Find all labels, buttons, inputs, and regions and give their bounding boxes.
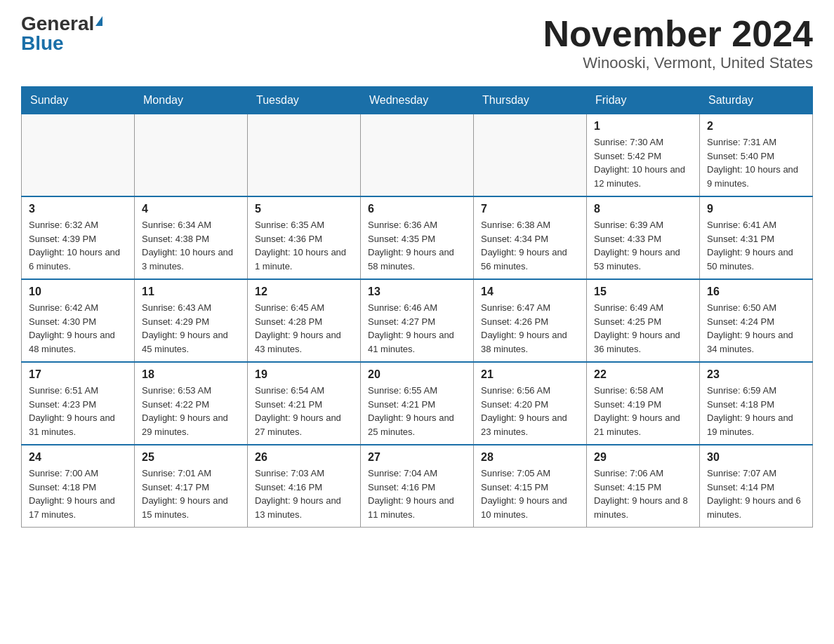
calendar-cell: 2Sunrise: 7:31 AMSunset: 5:40 PMDaylight… <box>700 114 813 197</box>
calendar-cell: 27Sunrise: 7:04 AMSunset: 4:16 PMDayligh… <box>361 445 474 528</box>
calendar-cell: 20Sunrise: 6:55 AMSunset: 4:21 PMDayligh… <box>361 362 474 445</box>
calendar-week-row: 10Sunrise: 6:42 AMSunset: 4:30 PMDayligh… <box>22 279 813 362</box>
calendar-cell: 29Sunrise: 7:06 AMSunset: 4:15 PMDayligh… <box>587 445 700 528</box>
calendar-cell: 14Sunrise: 6:47 AMSunset: 4:26 PMDayligh… <box>474 279 587 362</box>
logo-blue-text: Blue <box>21 34 64 53</box>
day-info: Sunrise: 6:46 AMSunset: 4:27 PMDaylight:… <box>368 301 466 356</box>
calendar-cell <box>22 114 135 197</box>
day-info: Sunrise: 6:39 AMSunset: 4:33 PMDaylight:… <box>594 218 692 273</box>
calendar-cell: 5Sunrise: 6:35 AMSunset: 4:36 PMDaylight… <box>248 196 361 279</box>
calendar-week-row: 1Sunrise: 7:30 AMSunset: 5:42 PMDaylight… <box>22 114 813 197</box>
day-number: 25 <box>142 451 240 464</box>
day-number: 15 <box>594 286 692 298</box>
day-info: Sunrise: 6:59 AMSunset: 4:18 PMDaylight:… <box>707 384 805 438</box>
day-number: 14 <box>481 286 579 298</box>
day-number: 11 <box>142 286 240 298</box>
day-info: Sunrise: 6:47 AMSunset: 4:26 PMDaylight:… <box>481 301 579 356</box>
day-number: 8 <box>594 203 692 215</box>
day-number: 21 <box>481 368 579 381</box>
day-number: 26 <box>255 451 353 464</box>
calendar-table: SundayMondayTuesdayWednesdayThursdayFrid… <box>21 86 813 528</box>
calendar-cell: 12Sunrise: 6:45 AMSunset: 4:28 PMDayligh… <box>248 279 361 362</box>
day-info: Sunrise: 7:06 AMSunset: 4:15 PMDaylight:… <box>594 467 692 521</box>
calendar-cell: 15Sunrise: 6:49 AMSunset: 4:25 PMDayligh… <box>587 279 700 362</box>
calendar-cell: 30Sunrise: 7:07 AMSunset: 4:14 PMDayligh… <box>700 445 813 528</box>
calendar-cell <box>135 114 248 197</box>
weekday-header-monday: Monday <box>135 87 248 114</box>
day-number: 19 <box>255 368 353 381</box>
calendar-cell: 8Sunrise: 6:39 AMSunset: 4:33 PMDaylight… <box>587 196 700 279</box>
day-info: Sunrise: 6:58 AMSunset: 4:19 PMDaylight:… <box>594 384 692 438</box>
day-number: 27 <box>368 451 466 464</box>
calendar-cell: 24Sunrise: 7:00 AMSunset: 4:18 PMDayligh… <box>22 445 135 528</box>
calendar-cell: 22Sunrise: 6:58 AMSunset: 4:19 PMDayligh… <box>587 362 700 445</box>
calendar-cell: 9Sunrise: 6:41 AMSunset: 4:31 PMDaylight… <box>700 196 813 279</box>
calendar-cell: 18Sunrise: 6:53 AMSunset: 4:22 PMDayligh… <box>135 362 248 445</box>
calendar-cell: 25Sunrise: 7:01 AMSunset: 4:17 PMDayligh… <box>135 445 248 528</box>
day-info: Sunrise: 6:53 AMSunset: 4:22 PMDaylight:… <box>142 384 240 438</box>
calendar-cell: 28Sunrise: 7:05 AMSunset: 4:15 PMDayligh… <box>474 445 587 528</box>
page-header: General Blue November 2024 Winooski, Ver… <box>21 14 813 72</box>
day-number: 16 <box>707 286 805 298</box>
day-number: 10 <box>29 286 127 298</box>
day-number: 1 <box>594 120 692 133</box>
day-info: Sunrise: 6:54 AMSunset: 4:21 PMDaylight:… <box>255 384 353 438</box>
calendar-cell: 16Sunrise: 6:50 AMSunset: 4:24 PMDayligh… <box>700 279 813 362</box>
page-subtitle: Winooski, Vermont, United States <box>543 54 813 72</box>
calendar-cell: 6Sunrise: 6:36 AMSunset: 4:35 PMDaylight… <box>361 196 474 279</box>
calendar-cell: 4Sunrise: 6:34 AMSunset: 4:38 PMDaylight… <box>135 196 248 279</box>
day-number: 30 <box>707 451 805 464</box>
day-number: 4 <box>142 203 240 215</box>
day-info: Sunrise: 7:31 AMSunset: 5:40 PMDaylight:… <box>707 135 805 190</box>
day-number: 2 <box>707 120 805 133</box>
day-number: 18 <box>142 368 240 381</box>
day-info: Sunrise: 6:43 AMSunset: 4:29 PMDaylight:… <box>142 301 240 356</box>
weekday-header-thursday: Thursday <box>474 87 587 114</box>
page-title: November 2024 <box>543 14 813 54</box>
day-info: Sunrise: 7:30 AMSunset: 5:42 PMDaylight:… <box>594 135 692 190</box>
day-info: Sunrise: 6:34 AMSunset: 4:38 PMDaylight:… <box>142 218 240 273</box>
day-number: 3 <box>29 203 127 215</box>
day-number: 6 <box>368 203 466 215</box>
calendar-cell: 13Sunrise: 6:46 AMSunset: 4:27 PMDayligh… <box>361 279 474 362</box>
calendar-cell: 10Sunrise: 6:42 AMSunset: 4:30 PMDayligh… <box>22 279 135 362</box>
day-info: Sunrise: 6:35 AMSunset: 4:36 PMDaylight:… <box>255 218 353 273</box>
calendar-cell: 19Sunrise: 6:54 AMSunset: 4:21 PMDayligh… <box>248 362 361 445</box>
weekday-header-saturday: Saturday <box>700 87 813 114</box>
calendar-cell: 23Sunrise: 6:59 AMSunset: 4:18 PMDayligh… <box>700 362 813 445</box>
day-info: Sunrise: 6:32 AMSunset: 4:39 PMDaylight:… <box>29 218 127 273</box>
day-info: Sunrise: 6:49 AMSunset: 4:25 PMDaylight:… <box>594 301 692 356</box>
calendar-week-row: 17Sunrise: 6:51 AMSunset: 4:23 PMDayligh… <box>22 362 813 445</box>
day-info: Sunrise: 7:07 AMSunset: 4:14 PMDaylight:… <box>707 467 805 521</box>
calendar-cell: 17Sunrise: 6:51 AMSunset: 4:23 PMDayligh… <box>22 362 135 445</box>
day-number: 5 <box>255 203 353 215</box>
day-info: Sunrise: 6:45 AMSunset: 4:28 PMDaylight:… <box>255 301 353 356</box>
calendar-cell: 21Sunrise: 6:56 AMSunset: 4:20 PMDayligh… <box>474 362 587 445</box>
day-info: Sunrise: 7:05 AMSunset: 4:15 PMDaylight:… <box>481 467 579 521</box>
calendar-cell: 1Sunrise: 7:30 AMSunset: 5:42 PMDaylight… <box>587 114 700 197</box>
weekday-header-tuesday: Tuesday <box>248 87 361 114</box>
day-number: 22 <box>594 368 692 381</box>
day-info: Sunrise: 6:36 AMSunset: 4:35 PMDaylight:… <box>368 218 466 273</box>
weekday-header-wednesday: Wednesday <box>361 87 474 114</box>
day-number: 17 <box>29 368 127 381</box>
calendar-cell: 26Sunrise: 7:03 AMSunset: 4:16 PMDayligh… <box>248 445 361 528</box>
logo-general-text: General <box>21 14 94 34</box>
day-number: 24 <box>29 451 127 464</box>
weekday-header-row: SundayMondayTuesdayWednesdayThursdayFrid… <box>22 87 813 114</box>
calendar-cell <box>474 114 587 197</box>
day-info: Sunrise: 7:00 AMSunset: 4:18 PMDaylight:… <box>29 467 127 521</box>
day-info: Sunrise: 7:03 AMSunset: 4:16 PMDaylight:… <box>255 467 353 521</box>
day-number: 12 <box>255 286 353 298</box>
day-number: 7 <box>481 203 579 215</box>
calendar-week-row: 3Sunrise: 6:32 AMSunset: 4:39 PMDaylight… <box>22 196 813 279</box>
day-number: 13 <box>368 286 466 298</box>
day-info: Sunrise: 6:51 AMSunset: 4:23 PMDaylight:… <box>29 384 127 438</box>
calendar-cell: 7Sunrise: 6:38 AMSunset: 4:34 PMDaylight… <box>474 196 587 279</box>
day-info: Sunrise: 6:41 AMSunset: 4:31 PMDaylight:… <box>707 218 805 273</box>
day-info: Sunrise: 6:50 AMSunset: 4:24 PMDaylight:… <box>707 301 805 356</box>
calendar-cell <box>248 114 361 197</box>
weekday-header-friday: Friday <box>587 87 700 114</box>
day-info: Sunrise: 7:01 AMSunset: 4:17 PMDaylight:… <box>142 467 240 521</box>
logo: General Blue <box>21 14 102 53</box>
